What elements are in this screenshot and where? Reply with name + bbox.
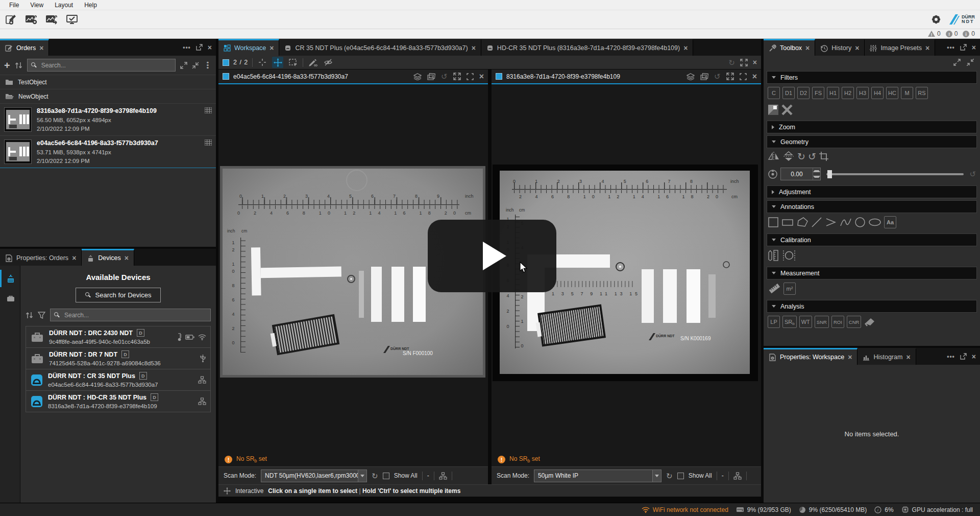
- filter-m-button[interactable]: M: [901, 87, 913, 99]
- line-annotation-icon[interactable]: [811, 217, 822, 228]
- image-stack-icon[interactable]: [700, 73, 708, 80]
- close-icon[interactable]: ×: [906, 354, 910, 361]
- close-icon[interactable]: ×: [753, 59, 757, 66]
- slider-handle[interactable]: [827, 170, 832, 178]
- close-icon[interactable]: ×: [972, 353, 976, 360]
- more-icon[interactable]: •••: [947, 44, 955, 51]
- rotation-spinner[interactable]: 0.00: [780, 168, 821, 180]
- annotate-pen-icon[interactable]: [307, 57, 318, 68]
- add-order-icon[interactable]: +: [4, 60, 10, 71]
- menu-help[interactable]: Help: [79, 1, 102, 10]
- hide-annotations-icon[interactable]: [323, 57, 334, 68]
- scan-mode-dropdown[interactable]: NDT 50µm(HV620,laser6,rpm3000): [261, 470, 367, 482]
- ellipse-annotation-icon[interactable]: [868, 217, 881, 228]
- select-rect-tool-icon[interactable]: [287, 57, 299, 68]
- filter-h2-button[interactable]: H2: [842, 87, 854, 99]
- viewer-select-icon[interactable]: [496, 73, 502, 80]
- section-zoom[interactable]: Zoom: [767, 121, 977, 133]
- rail-scanner-tab[interactable]: [0, 270, 20, 287]
- close-icon[interactable]: ×: [72, 254, 76, 262]
- expand-sections-icon[interactable]: [953, 59, 961, 66]
- tab-image-presets[interactable]: Image Presets ×: [865, 39, 935, 56]
- tab-history[interactable]: History ×: [815, 39, 865, 56]
- section-annotations[interactable]: Annotations: [767, 200, 977, 213]
- fit-view-icon[interactable]: [740, 59, 748, 66]
- disk-usage[interactable]: 9% (92/953 GB): [736, 506, 791, 513]
- order-item[interactable]: 8316a3e8-7d1a-4720-8f39-e3798fe4b109 56.…: [0, 104, 216, 136]
- popout-icon[interactable]: [196, 44, 203, 51]
- settings-gear-icon[interactable]: [930, 14, 942, 25]
- rotate-cw-icon[interactable]: ↻: [797, 152, 805, 161]
- devices-search-input[interactable]: [50, 309, 211, 321]
- popout-icon[interactable]: [960, 353, 967, 360]
- more-icon[interactable]: •••: [947, 353, 955, 360]
- flip-horizontal-icon[interactable]: [768, 151, 780, 161]
- section-analysis[interactable]: Analysis: [767, 300, 977, 313]
- network-icon[interactable]: [733, 472, 742, 480]
- memory-usage[interactable]: 9% (6250/65410 MB): [799, 506, 867, 513]
- filter-hc-button[interactable]: HC: [886, 87, 898, 99]
- show-all-checkbox[interactable]: [677, 473, 684, 479]
- text-annotation-button[interactable]: Aa: [884, 216, 896, 228]
- filter-h1-button[interactable]: H1: [827, 87, 839, 99]
- cnr-button[interactable]: CNR: [847, 316, 862, 328]
- device-row[interactable]: DÜRR NDT : DRC 2430 NDTD 9c4ff8fe-aeaf-4…: [26, 326, 211, 348]
- show-all-checkbox[interactable]: [383, 473, 389, 479]
- rectangle-annotation-icon[interactable]: [781, 217, 794, 228]
- ruler-icon[interactable]: [768, 283, 781, 295]
- tab-workspace[interactable]: Workspace ×: [218, 39, 279, 56]
- refresh-scan-icon[interactable]: ↻: [372, 472, 378, 480]
- filter-remove-icon[interactable]: [781, 104, 793, 115]
- rotation-slider[interactable]: [826, 170, 964, 178]
- filter-c-button[interactable]: C: [768, 87, 780, 99]
- layout-select-icon[interactable]: [223, 59, 229, 66]
- more-icon[interactable]: •••: [183, 44, 191, 51]
- device-check-icon[interactable]: [65, 14, 79, 25]
- srb-button[interactable]: SRb: [782, 316, 797, 328]
- wt-button[interactable]: WT: [799, 316, 812, 328]
- crosshair-tool-icon[interactable]: [257, 57, 268, 68]
- roi-button[interactable]: ROI: [831, 316, 844, 328]
- refresh-scan-icon[interactable]: ↻: [666, 472, 673, 480]
- layers-icon[interactable]: [413, 73, 422, 80]
- new-order-icon[interactable]: [5, 14, 17, 25]
- close-icon[interactable]: ×: [972, 44, 976, 51]
- close-icon[interactable]: ×: [848, 354, 852, 361]
- tab-properties-orders[interactable]: Properties: Orders ×: [0, 249, 82, 266]
- close-icon[interactable]: ×: [125, 254, 129, 262]
- expand-icon[interactable]: [453, 73, 461, 80]
- calibrate-circle-icon[interactable]: [782, 249, 796, 262]
- crop-icon[interactable]: [819, 151, 829, 161]
- tab-histogram[interactable]: Histogram ×: [857, 348, 916, 365]
- network-icon[interactable]: [439, 472, 447, 480]
- filter-invert-icon[interactable]: [768, 104, 779, 115]
- fullscreen-icon[interactable]: [740, 73, 747, 80]
- rail-detector-tab[interactable]: [0, 290, 20, 308]
- section-calibration[interactable]: Calibration: [767, 233, 977, 246]
- polyline-annotation-icon[interactable]: [825, 217, 837, 228]
- grid-view-icon[interactable]: [205, 107, 212, 132]
- close-icon[interactable]: ×: [925, 44, 929, 52]
- section-adjustment[interactable]: Adjustment: [767, 185, 977, 198]
- filter-d2-button[interactable]: D2: [797, 87, 810, 99]
- filter-h4-button[interactable]: H4: [871, 87, 884, 99]
- filter-d1-button[interactable]: D1: [782, 87, 795, 99]
- warning-counter[interactable]: ! 0: [928, 30, 941, 37]
- tab-cr35[interactable]: CR 35 NDT Plus (e04ac5e6-6c84-4196-8a33-…: [279, 39, 481, 56]
- folder-row-newobject[interactable]: NewObject: [0, 89, 216, 104]
- error-counter[interactable]: ! 0: [946, 30, 958, 37]
- lp-button[interactable]: LP: [768, 316, 780, 328]
- profile-stamp-icon[interactable]: [864, 316, 876, 327]
- tab-hdcr35[interactable]: HD-CR 35 NDT Plus (8316a3e8-7d1a-4720-8f…: [481, 39, 694, 56]
- close-icon[interactable]: ×: [683, 44, 688, 52]
- tab-orders[interactable]: Orders ×: [0, 39, 49, 56]
- popout-icon[interactable]: [960, 44, 967, 51]
- layers-icon[interactable]: [687, 73, 695, 80]
- tab-devices[interactable]: Devices ×: [82, 249, 134, 266]
- video-play-button[interactable]: [428, 220, 556, 292]
- close-icon[interactable]: ×: [855, 44, 859, 52]
- close-icon[interactable]: ×: [472, 44, 476, 52]
- filter-icon[interactable]: [38, 312, 45, 319]
- section-filters[interactable]: Filters: [767, 71, 977, 84]
- rotate-angle-icon[interactable]: [768, 169, 778, 179]
